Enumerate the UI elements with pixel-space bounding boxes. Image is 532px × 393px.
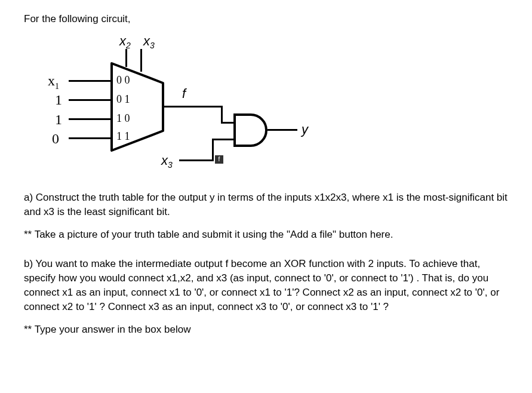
wire-f-down: [221, 106, 223, 124]
label-input-1b: 1: [55, 110, 62, 130]
wire-y: [267, 129, 297, 131]
wire-in-1: [69, 99, 110, 101]
mux-port-10: 1 0: [116, 111, 130, 126]
mux-port-00: 0 0: [116, 73, 130, 88]
question-a-block: a) Construct the truth table for the out…: [24, 191, 508, 219]
mux-port-01: 0 1: [116, 92, 130, 107]
label-x1: x1: [48, 71, 59, 92]
question-b-text: b) You want to make the intermediate out…: [24, 257, 508, 314]
label-y: y: [302, 121, 308, 139]
instruction-a: ** Take a picture of your truth table an…: [24, 228, 508, 242]
wire-in-3: [69, 137, 110, 139]
mux-body: 0 0 0 1 1 0 1 1: [110, 62, 164, 152]
label-input-0: 0: [52, 129, 59, 149]
wire-x3-to-and: [212, 139, 236, 140]
question-b-block: b) You want to make the intermediate out…: [24, 257, 508, 314]
label-x3-top: x3: [143, 32, 155, 52]
question-a-text: a) Construct the truth table for the out…: [24, 191, 508, 219]
wire-x3-h: [179, 159, 212, 161]
wire-f: [163, 106, 223, 108]
small-f-box: f: [215, 155, 223, 164]
wire-x3-v: [212, 139, 214, 161]
circuit-diagram: x2 x3 0 0 0 1 1 0 1 1 x1 1 1 0 f x3 f: [42, 32, 322, 182]
wire-in-2: [69, 118, 110, 120]
label-x3-bottom: x3: [161, 152, 173, 171]
wire-in-0: [69, 80, 110, 82]
and-gate: [233, 113, 269, 148]
label-input-1a: 1: [55, 90, 62, 110]
mux-port-11: 1 1: [116, 129, 130, 144]
intro-text: For the following circuit,: [24, 12, 508, 26]
instruction-b: ** Type your answer in the box below: [24, 323, 508, 337]
label-f: f: [182, 85, 186, 103]
